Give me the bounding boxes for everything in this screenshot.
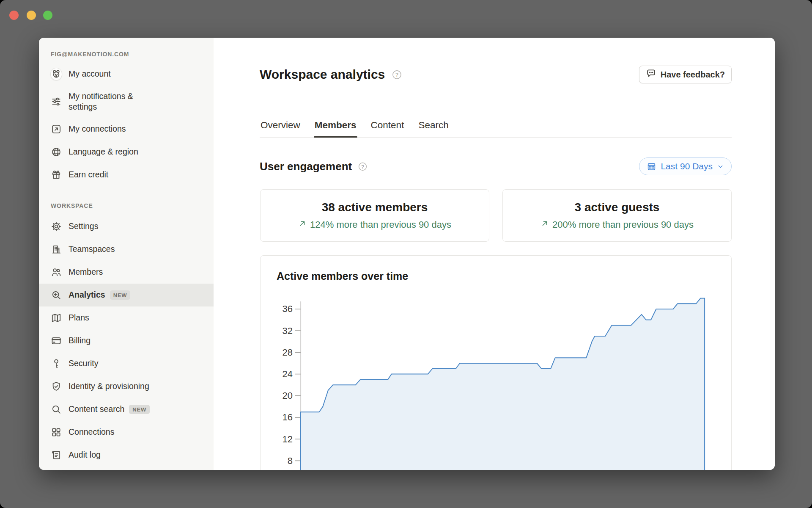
page-header: Workspace analytics ? Have feedback?	[260, 65, 732, 84]
sidebar-item-label: Identity & provisioning	[69, 381, 149, 392]
shield-check-icon	[51, 381, 62, 392]
sidebar-item-teamspaces[interactable]: Teamspaces	[39, 238, 214, 261]
sidebar-item-connections[interactable]: Connections	[39, 421, 214, 444]
key-icon	[51, 358, 62, 369]
sidebar-item-label: Content search	[69, 404, 124, 414]
y-tick-label-32: 32	[282, 326, 292, 336]
sidebar-item-label: Connections	[69, 427, 114, 437]
traffic-light-minimize-button[interactable]	[27, 11, 36, 20]
feedback-button-label: Have feedback?	[661, 70, 725, 80]
sidebar-item-audit-log[interactable]: Audit log	[39, 444, 214, 467]
active-members-chart-card: Active members over time 812162024283236	[260, 255, 732, 470]
sidebar-item-label: Settings	[69, 221, 98, 232]
sidebar-item-billing[interactable]: Billing	[39, 329, 214, 352]
sidebar-item-members[interactable]: Members	[39, 261, 214, 284]
workspace-analytics-help-icon[interactable]: ?	[391, 69, 403, 80]
stat-delta-label: 200% more than previous 90 days	[552, 219, 694, 230]
sidebar-item-label: Security	[69, 358, 98, 369]
y-tick-label-12: 12	[282, 434, 292, 444]
magnifier-icon	[51, 404, 62, 415]
analytics-tab-bar: OverviewMembersContentSearch	[260, 114, 732, 138]
credit-card-icon	[51, 335, 62, 346]
traffic-light-close-button[interactable]	[9, 11, 19, 20]
analytics-main-area: Workspace analytics ? Have feedback? Ove…	[214, 38, 775, 470]
trend-up-icon	[540, 219, 549, 230]
sidebar-item-identity-provisioning[interactable]: Identity & provisioning	[39, 375, 214, 398]
chart-title: Active members over time	[277, 270, 408, 282]
building-icon	[51, 244, 62, 255]
sliders-icon	[51, 96, 62, 107]
calendar-icon	[647, 162, 656, 171]
people-icon	[51, 267, 62, 278]
y-tick-label-20: 20	[282, 390, 292, 401]
y-tick-label-36: 36	[282, 304, 292, 314]
y-tick-label-28: 28	[282, 347, 292, 358]
sidebar-item-my-connections[interactable]: My connections	[39, 118, 214, 141]
traffic-light-zoom-button[interactable]	[43, 11, 52, 20]
svg-text:?: ?	[361, 164, 364, 169]
tab-search[interactable]: Search	[417, 120, 449, 137]
y-tick-label-8: 8	[288, 456, 293, 466]
header-divider	[260, 98, 732, 98]
workspace-section-heading: WORKSPACE	[51, 202, 214, 209]
sidebar-item-label: My account	[69, 69, 111, 79]
tab-members[interactable]: Members	[314, 120, 357, 137]
sidebar-item-label: Language & region	[69, 146, 138, 157]
stat-delta: 124% more than previous 90 days	[298, 219, 451, 230]
sidebar-workspace-section: SettingsTeamspacesMembersAnalyticsNEWPla…	[39, 215, 214, 467]
settings-sidebar: FIG@MAKENOTION.COM My accountMy notifica…	[39, 38, 214, 470]
user-engagement-header: User engagement ? Last 90 Days	[260, 157, 732, 176]
gift-icon	[51, 169, 62, 180]
sidebar-account-section: My accountMy notifications & settingsMy …	[39, 63, 214, 186]
globe-icon	[51, 146, 62, 157]
sidebar-item-label: Analytics	[69, 290, 105, 300]
3-active-guests-card: 3 active guests200% more than previous 9…	[502, 189, 732, 242]
arrow-up-right-box-icon	[51, 124, 62, 135]
page-title: Workspace analytics	[260, 67, 385, 82]
sidebar-item-my-notifications-settings[interactable]: My notifications & settings	[39, 86, 214, 118]
gear-icon	[51, 221, 62, 232]
new-badge: NEW	[110, 290, 131, 300]
chevron-down-icon	[717, 163, 724, 170]
sidebar-item-label: My connections	[69, 124, 126, 134]
grid-icon	[51, 427, 62, 438]
scroll-icon	[51, 450, 62, 461]
sidebar-item-label: Billing	[69, 335, 91, 346]
y-tick-label-16: 16	[282, 412, 292, 422]
magnifier-plus-icon	[51, 290, 62, 301]
sidebar-item-plans[interactable]: Plans	[39, 306, 214, 329]
have-feedback-button[interactable]: Have feedback?	[639, 66, 732, 83]
user-engagement-help-icon[interactable]: ?	[357, 161, 368, 172]
date-range-button[interactable]: Last 90 Days	[639, 157, 732, 175]
account-email-heading: FIG@MAKENOTION.COM	[51, 51, 214, 58]
date-range-label: Last 90 Days	[661, 161, 713, 171]
settings-dialog: FIG@MAKENOTION.COM My accountMy notifica…	[39, 38, 775, 470]
sidebar-item-label: Plans	[69, 312, 89, 323]
sidebar-item-label: My notifications & settings	[69, 91, 164, 113]
sidebar-item-label: Earn credit	[69, 169, 108, 180]
sidebar-item-my-account[interactable]: My account	[39, 63, 214, 86]
sidebar-item-analytics[interactable]: AnalyticsNEW	[39, 284, 214, 306]
active-members-series-area	[301, 298, 705, 470]
tab-overview[interactable]: Overview	[260, 120, 301, 137]
svg-text:?: ?	[395, 72, 398, 78]
stat-value: 3 active guests	[575, 201, 660, 214]
sidebar-item-settings[interactable]: Settings	[39, 215, 214, 238]
y-tick-label-24: 24	[282, 369, 292, 379]
feedback-bubble-icon	[646, 68, 656, 81]
sidebar-item-language-region[interactable]: Language & region	[39, 141, 214, 163]
sidebar-item-earn-credit[interactable]: Earn credit	[39, 163, 214, 186]
sidebar-item-label: Teamspaces	[69, 244, 115, 254]
38-active-members-card: 38 active members124% more than previous…	[260, 189, 489, 242]
stat-delta: 200% more than previous 90 days	[540, 219, 694, 230]
map-icon	[51, 312, 62, 323]
desktop-background: FIG@MAKENOTION.COM My accountMy notifica…	[0, 0, 812, 508]
sidebar-item-label: Audit log	[69, 450, 101, 460]
new-badge: NEW	[129, 405, 150, 414]
sidebar-item-security[interactable]: Security	[39, 352, 214, 375]
account-avatar	[51, 69, 62, 80]
tab-content[interactable]: Content	[370, 120, 405, 137]
active-members-area-chart: 812162024283236	[261, 294, 731, 470]
sidebar-item-content-search[interactable]: Content searchNEW	[39, 398, 214, 421]
sidebar-item-label: Members	[69, 267, 103, 277]
